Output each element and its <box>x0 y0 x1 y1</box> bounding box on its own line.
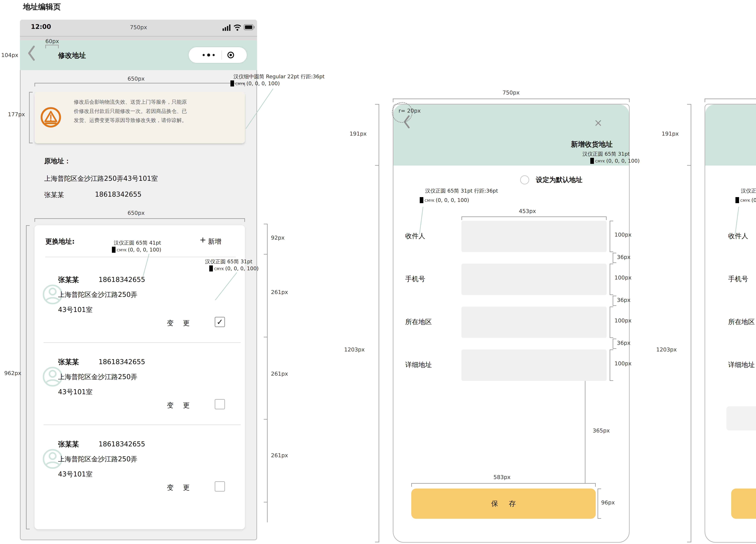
detail-address-input[interactable] <box>461 349 607 381</box>
checkbox-unchecked[interactable] <box>215 481 225 492</box>
change-button[interactable]: 变 更 <box>167 483 193 492</box>
original-phone: 18618342655 <box>95 191 142 198</box>
color-swatch <box>590 158 594 164</box>
font-annotation: 汉仪正圆 65简 41pt <box>114 240 161 247</box>
more-dot-icon <box>213 54 215 56</box>
wifi-icon <box>233 24 241 31</box>
color-annotation: CMYK(0, 0, 0, 100) <box>735 197 756 203</box>
color-space-label: CMYK <box>425 199 434 203</box>
warning-line: 价修改且付款后只能修改一次。若因商品换仓、已 <box>74 107 241 116</box>
close-icon[interactable]: × <box>594 117 603 129</box>
more-dot-icon <box>207 54 210 57</box>
default-address-label: 设定为默认地址 <box>536 175 582 184</box>
recipient-name[interactable]: 张某某 <box>58 439 79 449</box>
dimension-line <box>585 381 585 484</box>
color-swatch <box>735 197 739 203</box>
back-icon[interactable] <box>27 45 35 61</box>
miniprogram-capsule[interactable] <box>189 47 247 63</box>
recipient-phone[interactable]: 18618342655 <box>99 358 145 366</box>
dimension-bracket <box>610 349 613 381</box>
delete-button[interactable]: 删 除 <box>726 406 756 430</box>
recipient-input[interactable] <box>461 221 607 252</box>
dimension-label: 750px <box>493 90 529 96</box>
recipient-address-line2: 43号101室 <box>58 387 93 396</box>
dimension-bracket <box>610 221 613 252</box>
recipient-name[interactable]: 张某某 <box>58 275 79 284</box>
dimension-label: 650px <box>118 76 154 82</box>
save-button[interactable]: 保 存 <box>731 488 756 519</box>
dimension-label: 100px <box>614 232 632 238</box>
dimension-label-width: 750px <box>120 24 157 30</box>
dimension-line <box>379 104 379 542</box>
dimension-line <box>691 104 691 542</box>
dimension-label: 100px <box>614 317 632 323</box>
dimension-bracket <box>34 218 245 222</box>
dimension-tick <box>375 542 379 542</box>
dimension-label: 261px <box>271 289 288 295</box>
dimension-bracket <box>26 225 30 529</box>
color-swatch <box>209 266 213 272</box>
dimension-label: 60px <box>45 38 59 44</box>
add-address-button[interactable]: 新增 <box>208 237 221 246</box>
region-input[interactable] <box>461 306 607 338</box>
capsule-close-icon[interactable] <box>227 52 234 58</box>
recipient-address-line2: 43号101室 <box>58 470 93 479</box>
dimension-bracket <box>610 306 613 338</box>
phone-input[interactable] <box>461 264 607 295</box>
dimension-bracket <box>29 92 33 143</box>
recipient-name[interactable]: 张某某 <box>58 357 79 367</box>
dimension-bracket <box>45 45 59 48</box>
color-value: (0, 0, 0, 100) <box>606 158 640 164</box>
checkbox-unchecked[interactable] <box>215 399 225 409</box>
font-annotation: 汉仪正圆 65简 31pt 行距:36pt <box>741 188 756 195</box>
field-label: 详细地址 <box>728 360 755 369</box>
dimension-tick <box>687 542 691 542</box>
change-button[interactable]: 变 更 <box>167 401 193 410</box>
field-label: 收件人 <box>405 232 425 241</box>
more-dot-icon <box>203 54 205 56</box>
add-plus-icon[interactable]: + <box>200 235 206 244</box>
dimension-bracket <box>613 338 616 349</box>
dimension-label: 261px <box>271 452 288 458</box>
original-address-label: 原地址： <box>44 157 71 166</box>
back-icon[interactable] <box>403 115 410 129</box>
status-time: 12:00 <box>31 23 51 30</box>
recipient-phone[interactable]: 18618342655 <box>99 440 145 448</box>
original-address-value: 上海普陀区金沙江路250弄43号101室 <box>44 174 158 183</box>
recipient-phone[interactable]: 18618342655 <box>99 276 145 283</box>
dimension-label: 261px <box>271 371 288 377</box>
dimension-tick <box>375 165 379 166</box>
checkbox-checked[interactable]: ✓ <box>215 317 225 327</box>
dimension-bracket <box>610 264 613 295</box>
dimension-label: 1203px <box>344 346 365 353</box>
signal-icon <box>223 24 231 31</box>
color-value: (0, 0, 0, 100) <box>751 197 756 203</box>
original-name: 张某某 <box>44 191 64 199</box>
field-label: 详细地址 <box>405 360 432 369</box>
dimension-tick <box>264 337 267 337</box>
dimension-label: 36px <box>617 297 631 303</box>
divider <box>44 342 241 343</box>
field-label: 所在地区 <box>405 317 432 326</box>
dimension-label: 962px <box>4 370 21 376</box>
color-value: (0, 0, 0, 100) <box>436 197 469 203</box>
field-label: 手机号 <box>728 274 748 283</box>
dimension-label: 36px <box>617 340 631 346</box>
font-annotation: 汉仪正圆 65简 31pt 行距:36pt <box>425 188 498 195</box>
modal-header <box>705 105 756 166</box>
dimension-label: 104px <box>1 52 18 58</box>
save-button[interactable]: 保 存 <box>411 488 596 519</box>
recipient-address-line2: 43号101室 <box>58 305 93 314</box>
dimension-bracket <box>393 99 630 102</box>
color-annotation: CMYK(0, 0, 0, 100) <box>112 247 161 253</box>
dimension-bracket <box>613 296 616 306</box>
default-address-radio[interactable] <box>520 175 529 185</box>
recipient-address-line1: 上海普陀区金沙江路250弄 <box>58 455 137 464</box>
font-annotation: 汉仪细中圆简 Regular 22pt 行距:36pt <box>233 73 325 80</box>
warning-icon <box>40 106 62 128</box>
color-swatch <box>230 80 234 87</box>
change-button[interactable]: 变 更 <box>167 318 193 327</box>
dimension-label: 100px <box>614 274 632 281</box>
radius-label: r= 20px <box>399 108 421 114</box>
dimension-label: 92px <box>271 235 285 241</box>
